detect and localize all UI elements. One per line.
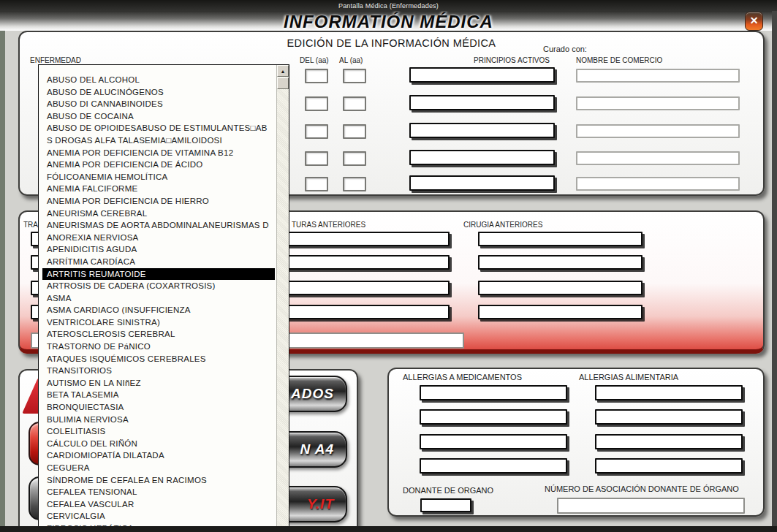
- list-item[interactable]: ABUSO DI CANNABINOIDES: [42, 98, 275, 110]
- allergia-alimentaria-input[interactable]: [595, 409, 743, 425]
- principios-activos-label: PRINCIPIOS ACTIVOS: [474, 56, 550, 64]
- list-item[interactable]: ANEMIA POR DEFICIENCIA DE HIERRO: [42, 195, 275, 208]
- list-item[interactable]: ANEURISMA CEREBRAL: [42, 208, 275, 220]
- principios-activos-input[interactable]: [409, 123, 555, 138]
- list-item[interactable]: S DROGAS ALFA TALASEMIA□AMILOIDOSI: [42, 134, 275, 147]
- allergia-medicamento-input[interactable]: [420, 409, 567, 425]
- allergias-alimentaria-label: ALLERGIAS ALIMENTARIA: [579, 373, 678, 381]
- list-item[interactable]: CEGUERA: [42, 462, 275, 474]
- fracturas-anteriores-label: TURAS ANTERIORES: [292, 221, 365, 229]
- principios-activos-input[interactable]: [409, 95, 555, 110]
- window-titlebar: Pantalla Médica (Enfermedades): [0, 0, 777, 11]
- cirugia-input[interactable]: [478, 305, 643, 319]
- numero-asociacion-input[interactable]: [557, 498, 745, 514]
- donante-organo-input[interactable]: [420, 498, 471, 512]
- scroll-up-icon: ▲: [281, 69, 286, 74]
- list-item[interactable]: ANEMIA FALCIFORME: [42, 183, 275, 195]
- nombre-comercio-input[interactable]: [576, 151, 740, 165]
- scrollbar-thumb[interactable]: [277, 77, 289, 89]
- history-left-label: TRA: [23, 221, 38, 229]
- list-scrollbar[interactable]: ▲: [276, 65, 289, 531]
- allergia-medicamento-input[interactable]: [420, 385, 567, 400]
- list-item[interactable]: ASMA: [42, 292, 275, 305]
- edit-panel-title: EDICIÓN DE LA INFORMACIÓN MÉDICA: [20, 37, 763, 49]
- list-item[interactable]: ANEURISMAS DE AORTA ABDOMINALANEURISMAS …: [42, 219, 275, 232]
- list-item[interactable]: BRONQUIECTASIA: [42, 401, 275, 414]
- list-item[interactable]: ASMA CARDIACO (INSUFFICIENZA: [42, 304, 275, 316]
- list-item[interactable]: ANEMIA POR DEFICIENCIA DE VITAMINA B12: [42, 147, 275, 159]
- nombre-comercio-input[interactable]: [576, 96, 740, 110]
- title-band: INFORMATIÓN MÉDICA: [0, 11, 777, 31]
- list-item[interactable]: ANEMIA POR DEFICIENCIA DE ÁCIDO: [42, 159, 275, 171]
- website-button-label: Y.IT: [307, 496, 334, 512]
- close-icon: ✕: [750, 15, 759, 26]
- list-item[interactable]: TRANSITORIOS: [42, 365, 275, 377]
- list-item[interactable]: ARTROSIS DE CADERA (COXARTROSIS): [42, 280, 275, 292]
- cirugia-input[interactable]: [478, 255, 643, 270]
- principios-activos-input[interactable]: [409, 67, 555, 83]
- list-item[interactable]: CEFALEA VASCULAR: [42, 498, 275, 511]
- del-year-input[interactable]: [305, 69, 328, 83]
- principios-activos-input[interactable]: [409, 175, 555, 191]
- list-item[interactable]: BULIMIA NERVIOSA: [42, 414, 275, 426]
- list-item[interactable]: ATEROSCLEROSIS CEREBRAL: [42, 328, 275, 341]
- cirugia-anteriores-label: CIRUGIA ANTERIORES: [463, 221, 542, 229]
- list-item[interactable]: BETA TALASEMIA: [42, 389, 275, 401]
- nombre-comercio-input[interactable]: [576, 177, 740, 191]
- al-year-input[interactable]: [343, 96, 366, 111]
- save-data-button-label: ADOS: [291, 386, 334, 401]
- list-item[interactable]: ABUSO DE OPIOIDESABUSO DE ESTIMULANTES□A…: [42, 122, 275, 134]
- del-year-input[interactable]: [305, 151, 328, 166]
- enfermedad-label: ENFERMEDAD: [30, 56, 81, 64]
- list-item[interactable]: ARTRITIS REUMATOIDE: [42, 268, 275, 281]
- window-left-edge: [0, 11, 5, 532]
- list-item[interactable]: ABUSO DEL ALCOHOL: [42, 74, 275, 86]
- window-right-edge: [772, 11, 777, 532]
- list-item[interactable]: VENTRICOLARE SINISTRA): [42, 316, 275, 329]
- donante-organo-label: DONANTE DE ORGANO: [403, 486, 493, 495]
- al-year-label: AL (aa): [339, 56, 363, 64]
- allergia-medicamento-input[interactable]: [420, 434, 567, 449]
- principios-activos-input[interactable]: [409, 150, 555, 165]
- allergia-alimentaria-input[interactable]: [595, 458, 743, 474]
- list-item[interactable]: FÓLICOANEMIA HEMOLÍTICA: [42, 171, 275, 183]
- al-year-input[interactable]: [343, 177, 366, 191]
- medical-info-window: Pantalla Médica (Enfermedades) INFORMATI…: [0, 0, 777, 532]
- del-year-input[interactable]: [305, 124, 328, 139]
- list-item[interactable]: SÍNDROME DE CEFALEA EN RACIMOS: [42, 474, 275, 487]
- print-a4-button-label: N A4: [300, 441, 334, 457]
- list-item[interactable]: COLELITIASIS: [42, 425, 275, 438]
- list-item[interactable]: ATAQUES ISQUÉMICOS CEREBRALES: [42, 353, 275, 365]
- list-item[interactable]: CERVICALGIA: [42, 510, 275, 522]
- nombre-comercio-label: NOMBRE DE COMERCIO: [576, 56, 662, 64]
- page-title: INFORMATIÓN MÉDICA: [284, 12, 493, 32]
- del-year-input[interactable]: [305, 177, 328, 191]
- allergias-medicamentos-label: ALLERGIAS A MEDICAMENTOS: [403, 373, 522, 381]
- nombre-comercio-input[interactable]: [576, 69, 740, 83]
- list-item[interactable]: ANOREXIA NERVIOSA: [42, 232, 275, 244]
- al-year-input[interactable]: [343, 151, 366, 166]
- del-year-input[interactable]: [305, 96, 328, 111]
- allergia-alimentaria-input[interactable]: [595, 434, 743, 449]
- list-item[interactable]: TRASTORNO DE PáNICO: [42, 341, 275, 353]
- nombre-comercio-input[interactable]: [576, 124, 740, 138]
- list-item[interactable]: ABUSO DE COCAINA: [42, 110, 275, 123]
- al-year-input[interactable]: [343, 69, 366, 83]
- list-item[interactable]: AUTISMO EN LA NIñEZ: [42, 377, 275, 390]
- window-bottom-edge: [0, 526, 777, 532]
- list-item[interactable]: CARDIOMIOPATÍA DILATADA: [42, 449, 275, 462]
- list-item[interactable]: ARRÍTMIA CARDÍACA: [42, 256, 275, 268]
- cirugia-input[interactable]: [478, 281, 643, 295]
- list-item[interactable]: CÁLCULO DEL RIÑÓN: [42, 438, 275, 450]
- list-item[interactable]: CEFALEA TENSIONAL: [42, 486, 275, 498]
- allergy-panel: ALLERGIAS A MEDICAMENTOS ALLERGIAS ALIME…: [387, 368, 765, 517]
- allergia-alimentaria-input[interactable]: [595, 385, 743, 400]
- list-item[interactable]: ABUSO DE ALUCINÓGENOS: [42, 86, 275, 99]
- allergia-medicamento-input[interactable]: [420, 458, 567, 474]
- scroll-up-button[interactable]: ▲: [277, 65, 289, 77]
- list-item[interactable]: APENIDICITIS AGUDA: [42, 243, 275, 256]
- cirugia-input[interactable]: [478, 232, 643, 246]
- al-year-input[interactable]: [343, 124, 366, 139]
- close-button[interactable]: ✕: [745, 12, 763, 31]
- enfermedad-dropdown-list: ABUSO DEL ALCOHOLABUSO DE ALUCINÓGENOSAB…: [38, 64, 289, 532]
